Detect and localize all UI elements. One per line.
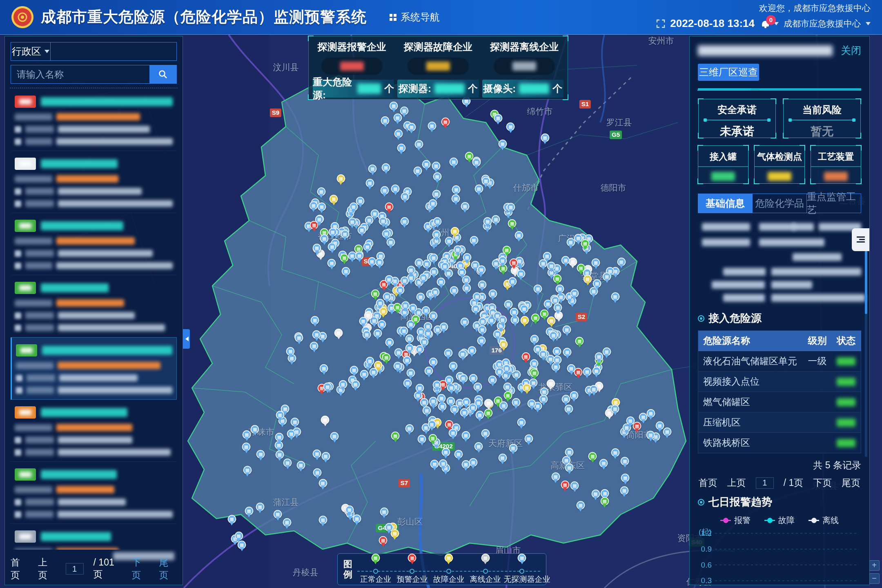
map-marker[interactable]: ▦ [478, 281, 486, 289]
map-marker[interactable]: ▦ [461, 431, 470, 440]
map-marker[interactable]: ▦ [575, 337, 584, 345]
map-marker[interactable]: ▦ [371, 290, 380, 298]
map-marker[interactable]: ▦ [444, 349, 452, 357]
map-marker[interactable]: ▦ [393, 362, 402, 370]
map-marker[interactable]: ▦ [405, 334, 414, 343]
map-marker[interactable]: ▦ [432, 162, 440, 170]
map-marker[interactable]: ▦ [492, 215, 500, 224]
scrollbar[interactable] [865, 228, 867, 457]
map-marker[interactable]: ▦ [328, 228, 337, 236]
map-marker[interactable]: ▦ [390, 102, 398, 110]
map-marker[interactable]: ▦ [565, 463, 574, 472]
map-marker[interactable]: ▦ [394, 348, 403, 357]
table-row[interactable]: 燃气储罐区 [698, 392, 861, 412]
map-marker[interactable]: ▦ [517, 418, 526, 427]
map-marker[interactable]: ▦ [328, 242, 336, 251]
map-marker[interactable]: ▦ [309, 201, 318, 209]
map-marker[interactable]: ▦ [530, 334, 539, 343]
map-marker[interactable]: ▦ [441, 448, 450, 457]
map-marker[interactable]: ▦ [385, 203, 393, 211]
map-marker[interactable]: ▦ [430, 460, 439, 468]
map-marker[interactable]: ▦ [400, 107, 408, 115]
map-zoom-in-button[interactable]: + [869, 560, 880, 571]
map-marker[interactable]: ▦ [382, 353, 391, 362]
map-marker[interactable]: ▦ [546, 379, 555, 388]
map-marker[interactable]: ▦ [310, 341, 318, 350]
map-marker[interactable]: ▦ [472, 305, 480, 313]
map-marker[interactable]: ▦ [403, 356, 411, 365]
map-marker[interactable]: ▦ [646, 409, 655, 418]
map-marker[interactable]: ▦ [504, 300, 512, 309]
map-marker[interactable]: ▦ [414, 140, 423, 149]
map-marker[interactable]: ▦ [445, 237, 453, 245]
map-marker[interactable]: ▦ [360, 370, 368, 378]
map-marker[interactable]: ▦ [510, 308, 519, 316]
map-marker[interactable]: ▦ [401, 301, 410, 310]
map-marker[interactable]: ▦ [498, 140, 507, 148]
fullscreen-icon[interactable] [656, 19, 665, 28]
map-marker[interactable]: ▦ [512, 398, 520, 407]
trend-legend-item[interactable]: 报警 [720, 515, 751, 526]
map-marker[interactable]: ▦ [452, 194, 460, 203]
map-marker[interactable]: ▦ [484, 399, 493, 408]
pagination-first[interactable]: 首页 [11, 556, 28, 581]
map-marker[interactable]: ▦ [506, 122, 515, 131]
map-marker[interactable]: ▦ [315, 215, 323, 223]
map-marker[interactable]: ▦ [245, 507, 253, 515]
map-marker[interactable]: ▦ [600, 497, 609, 506]
map-marker[interactable]: ▦ [452, 185, 461, 194]
map-marker[interactable]: ▦ [424, 322, 432, 331]
map-marker[interactable]: ▦ [565, 448, 574, 457]
map-marker[interactable]: ▦ [355, 252, 364, 260]
map-marker[interactable]: ▦ [317, 187, 325, 196]
map-marker[interactable]: ▦ [336, 174, 345, 183]
map-marker[interactable]: ▦ [406, 369, 415, 377]
map-marker[interactable]: ▦ [359, 317, 368, 325]
map-marker[interactable]: ▦ [499, 340, 508, 348]
company-list-item[interactable] [11, 524, 177, 550]
map-marker[interactable]: ▦ [391, 185, 400, 193]
map-marker[interactable]: ▦ [393, 303, 402, 312]
map-marker[interactable]: ▦ [588, 452, 597, 461]
map-marker[interactable]: ▦ [617, 258, 626, 266]
map-marker[interactable]: ▦ [553, 356, 561, 364]
search-input[interactable] [11, 65, 149, 83]
pagination-prev[interactable]: 上页 [38, 556, 56, 581]
map-marker[interactable]: ▦ [385, 523, 393, 531]
map-marker[interactable]: ▦ [312, 330, 321, 339]
map-marker[interactable]: ▦ [391, 432, 400, 440]
map-marker[interactable]: ▦ [502, 364, 511, 373]
map-marker[interactable]: ▦ [400, 217, 409, 225]
pagination-prev[interactable]: 上页 [727, 477, 746, 489]
map-marker[interactable]: ▦ [339, 380, 347, 389]
map-marker[interactable]: ▦ [459, 374, 468, 383]
map-marker[interactable]: ▦ [400, 276, 409, 285]
map-marker[interactable]: ▦ [528, 399, 536, 408]
map-marker[interactable]: ▦ [478, 325, 487, 334]
map-marker[interactable]: ▦ [534, 285, 542, 293]
map-marker[interactable]: ▦ [340, 254, 349, 262]
map-marker[interactable]: ▦ [432, 230, 441, 238]
map-marker[interactable]: ▦ [405, 424, 414, 432]
map-marker[interactable]: ▦ [498, 454, 507, 462]
map-marker[interactable]: ▦ [313, 450, 321, 458]
map-marker[interactable]: ▦ [510, 258, 518, 267]
map-marker[interactable]: ▦ [626, 416, 635, 425]
map-marker[interactable]: ▦ [564, 404, 573, 413]
map-marker[interactable]: ▦ [415, 384, 424, 392]
map-marker[interactable]: ▦ [348, 218, 356, 226]
map-marker[interactable]: ▦ [429, 358, 438, 366]
map-marker[interactable]: ▦ [313, 244, 321, 252]
map-marker[interactable]: ▦ [488, 376, 497, 384]
company-list-item[interactable] [11, 213, 177, 275]
map-marker[interactable]: ▦ [584, 275, 592, 283]
system-nav[interactable]: 系统导航 [390, 11, 440, 24]
map-marker[interactable]: ▦ [320, 364, 328, 373]
map-marker[interactable]: ▦ [621, 457, 629, 466]
map-marker[interactable]: ▦ [385, 338, 394, 346]
map-marker[interactable]: ▦ [508, 219, 517, 228]
map-marker[interactable]: ▦ [509, 444, 517, 452]
map-marker[interactable]: ▦ [570, 289, 579, 298]
map-marker[interactable]: ▦ [481, 429, 490, 438]
map-marker[interactable]: ▦ [275, 433, 284, 441]
